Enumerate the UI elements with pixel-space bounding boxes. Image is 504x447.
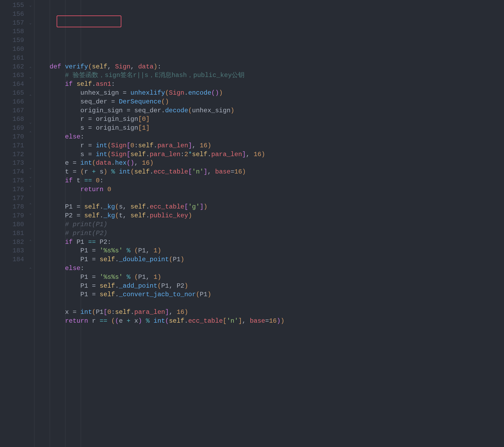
code-token <box>34 115 80 123</box>
code-line[interactable]: return 0 <box>34 185 504 194</box>
code-line[interactable]: return r == ((e + x) % int(self.ecc_tabl… <box>34 317 504 326</box>
code-token: . <box>92 80 96 88</box>
code-token: ( <box>165 317 169 325</box>
code-token <box>34 265 65 272</box>
code-token: . <box>184 317 188 325</box>
code-line[interactable]: P1 = self._convert_jacb_to_nor(P1) <box>34 290 504 299</box>
fold-empty <box>27 10 34 19</box>
code-line[interactable]: # print(P1) <box>34 220 504 229</box>
code-token: public_key <box>150 212 188 219</box>
code-token: ( <box>107 142 111 149</box>
code-line[interactable]: if self.asn1: <box>34 80 504 89</box>
code-token <box>34 317 65 325</box>
fold-expanded-icon[interactable]: ⌄ <box>27 19 34 28</box>
code-line[interactable]: seq_der = DerSequence() <box>34 98 504 106</box>
code-line[interactable]: s = int(Sign[self.para_len:2*self.para_l… <box>34 150 504 159</box>
fold-collapse-icon[interactable]: ⌃ <box>27 127 34 137</box>
code-token: . <box>161 107 165 114</box>
code-token <box>34 247 80 254</box>
line-number: 183 <box>0 246 27 255</box>
code-line[interactable]: else: <box>34 133 504 141</box>
code-token: . <box>115 282 119 290</box>
code-line[interactable]: P1 = self._kg(s, self.ecc_table['g']) <box>34 203 504 211</box>
code-token: s <box>80 124 88 132</box>
code-token: verify <box>65 63 88 70</box>
code-token: data <box>96 159 111 167</box>
code-token: t <box>65 168 73 175</box>
fold-expanded-icon[interactable]: ⌄ <box>27 164 34 172</box>
code-line[interactable]: else: <box>34 264 504 273</box>
fold-collapse-icon[interactable]: ⌃ <box>27 263 34 274</box>
code-line[interactable]: r = origin_sign[0] <box>34 115 504 124</box>
code-token: _add_point <box>119 282 157 290</box>
code-token: para_len <box>211 151 242 158</box>
fold-collapse-icon[interactable]: ⌃ <box>27 236 34 246</box>
code-line[interactable]: # 验签函数，sign签名r||s，E消息hash，public_key公钥 <box>34 71 504 80</box>
code-token: ) <box>261 151 265 158</box>
code-line[interactable]: s = origin_sign[1] <box>34 124 504 133</box>
fold-expanded-icon[interactable]: ⌄ <box>27 118 34 127</box>
code-line[interactable]: if t == 0: <box>34 176 504 185</box>
code-line[interactable]: P1 = self._add_point(P1, P2) <box>34 282 504 291</box>
fold-expanded-icon[interactable]: ⌄ <box>27 73 34 82</box>
code-editor[interactable]: 1551561571581591601611621631641651661671… <box>0 0 504 447</box>
code-area[interactable]: ≡▾ def verify(self, Sign, data): # 验签函数，… <box>34 0 504 447</box>
fold-collapse-icon[interactable]: ⌃ <box>27 90 34 101</box>
code-token: = <box>73 309 76 316</box>
code-line[interactable]: def verify(self, Sign, data): <box>34 63 504 71</box>
code-line[interactable]: x = int(P1[0:self.para_len], 16) <box>34 308 504 317</box>
code-token: ] <box>146 124 150 132</box>
line-number-gutter: 1551561571581591601611621631641651661671… <box>0 0 27 447</box>
fold-expanded-icon[interactable]: ⌄ <box>27 209 34 218</box>
code-token <box>150 317 153 325</box>
line-number: 178 <box>0 203 27 211</box>
code-token: Sign <box>115 63 130 70</box>
code-token <box>34 282 80 290</box>
code-token: origin_sign <box>92 115 138 123</box>
code-token: . <box>146 151 150 158</box>
code-line[interactable]: if P1 == P2: <box>34 238 504 247</box>
code-line[interactable]: r = int(Sign[0:self.para_len], 16) <box>34 141 504 150</box>
code-line[interactable] <box>34 194 504 203</box>
code-token: x <box>130 317 138 325</box>
code-token: [ <box>103 309 107 316</box>
code-token: ( <box>111 317 115 325</box>
fold-expanded-icon[interactable]: ⌄ <box>27 181 34 190</box>
code-token: P1 <box>80 247 92 254</box>
code-token <box>34 124 80 132</box>
code-token <box>130 273 134 281</box>
code-token <box>76 159 80 167</box>
code-token: ) <box>188 212 192 219</box>
fold-expanded-icon[interactable]: ⌄ <box>27 1 34 10</box>
fold-expanded-icon[interactable]: ⌄ <box>27 172 34 181</box>
code-token: ) <box>204 203 207 210</box>
code-token: self <box>92 63 107 70</box>
code-line[interactable]: origin_sign = seq_der.decode(unhex_sign) <box>34 106 504 115</box>
code-line[interactable]: unhex_sign = unhexlify(Sign.encode()) <box>34 89 504 98</box>
fold-collapse-icon[interactable]: ⌃ <box>27 199 34 209</box>
code-line[interactable]: t = (r + s) % int(self.ecc_table['n'], b… <box>34 168 504 176</box>
code-token: 'n' <box>227 317 238 325</box>
code-token: ecc_table <box>154 168 188 175</box>
code-token: ) <box>242 168 246 175</box>
code-line[interactable]: P2 = self._kg(t, self.public_key) <box>34 211 504 220</box>
code-token: # print(P2) <box>65 230 107 237</box>
code-line[interactable]: # print(P2) <box>34 229 504 238</box>
code-line[interactable] <box>34 299 504 308</box>
code-token: P1 <box>96 309 103 316</box>
code-line[interactable]: P1 = '%s%s' % (P1, 1) <box>34 246 504 255</box>
code-token <box>34 72 65 79</box>
code-token <box>142 317 146 325</box>
code-token: hex <box>115 159 126 167</box>
code-token: # 验签函数，sign签名r||s，E消息hash，public_key公钥 <box>65 72 245 79</box>
code-token: unhex_sign <box>80 89 123 97</box>
code-line[interactable]: P1 = '%s%s' % (P1, 1) <box>34 273 504 282</box>
fold-column[interactable]: ⌄⌄⌃⌄⌃⌄⌃⌄⌄⌄⌃⌄⌃⌃ <box>27 0 34 447</box>
fold-collapse-icon[interactable]: ⌃ <box>27 63 34 73</box>
code-token: self <box>100 256 115 263</box>
code-token: = <box>265 317 269 325</box>
code-line[interactable]: e = int(data.hex(), 16) <box>34 159 504 168</box>
fold-empty <box>27 255 34 263</box>
code-token: = <box>92 247 96 254</box>
code-line[interactable]: P1 = self._double_point(P1) <box>34 255 504 264</box>
